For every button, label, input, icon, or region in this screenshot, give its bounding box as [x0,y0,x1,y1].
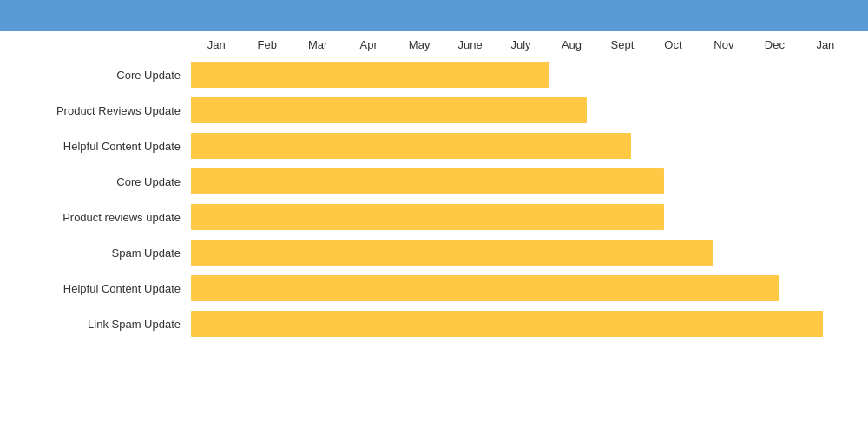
bar-container [191,62,851,88]
bar [191,204,664,230]
month-label: Nov [699,38,749,51]
bar-container [191,204,851,230]
bar [191,62,549,88]
months-axis: JanFebMarAprMayJuneJulyAugSeptOctNovDecJ… [191,38,851,51]
month-label: Apr [343,38,393,51]
bar-label: Product Reviews Update [17,104,191,117]
bar-container [191,168,851,194]
month-label: Sept [597,38,648,51]
bar-label: Core Update [17,175,191,188]
bar-label: Link Spam Update [17,318,191,331]
bar-label: Helpful Content Update [17,282,191,295]
month-label: June [444,38,495,51]
month-label: Aug [546,38,596,51]
bar-row: Core Update [17,165,851,198]
header [0,0,868,31]
bar-row: Spam Update [17,236,851,269]
bar [191,275,779,301]
bar [191,168,664,194]
month-label: Feb [241,38,292,51]
bar-row: Core Update [17,58,851,91]
bar-container [191,275,851,301]
bar-row: Product reviews update [17,201,851,233]
bar-label: Product reviews update [17,211,191,224]
bar-row: Helpful Content Update [17,129,851,162]
bar [191,240,713,266]
bar-row: Link Spam Update [17,307,851,340]
bar-label: Helpful Content Update [17,140,191,153]
month-label: Oct [648,38,698,51]
month-label: Dec [749,38,799,51]
bar-label: Core Update [17,69,191,82]
bar-container [191,240,851,266]
bar [191,133,631,159]
month-label: May [394,38,444,51]
bar-container [191,97,851,123]
month-label: Jan [800,38,851,51]
bar-container [191,133,851,159]
bar-row: Product Reviews Update [17,94,851,127]
bar [191,97,587,123]
month-label: July [496,38,546,51]
bar-container [191,311,851,337]
bar [191,311,823,337]
month-label: Jan [191,38,241,51]
bar-rows: Core UpdateProduct Reviews UpdateHelpful… [17,58,851,340]
month-label: Mar [293,38,343,51]
bar-label: Spam Update [17,247,191,260]
bar-row: Helpful Content Update [17,272,851,305]
